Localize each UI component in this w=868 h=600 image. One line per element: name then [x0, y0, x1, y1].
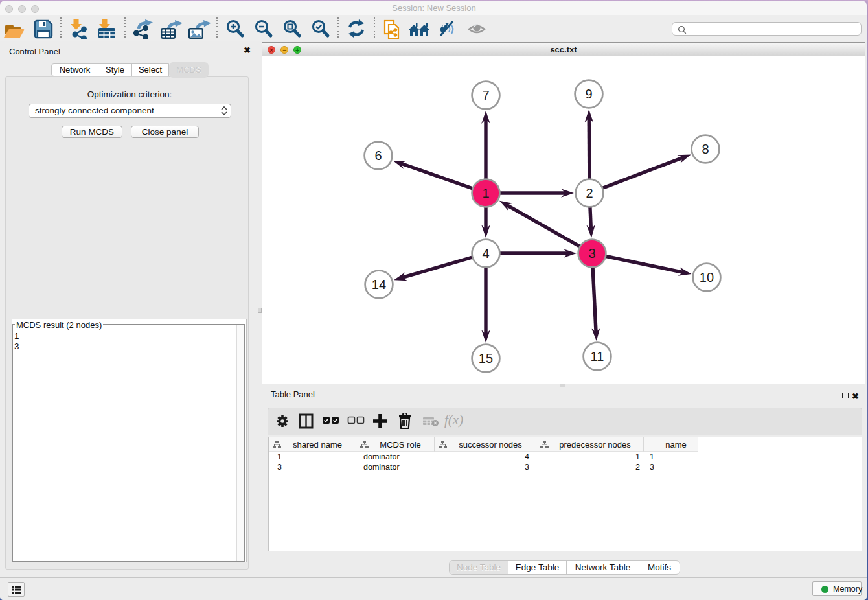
svg-text:9: 9: [585, 87, 592, 101]
svg-text:15: 15: [479, 351, 493, 365]
svg-text:10: 10: [700, 270, 714, 284]
svg-text:2: 2: [586, 186, 593, 200]
svg-text:8: 8: [702, 142, 709, 156]
svg-text:6: 6: [374, 148, 382, 163]
svg-text:3: 3: [588, 246, 595, 260]
svg-text:1: 1: [482, 186, 489, 200]
svg-text:11: 11: [591, 349, 604, 363]
svg-text:4: 4: [482, 246, 489, 260]
svg-text:14: 14: [372, 277, 386, 292]
svg-text:7: 7: [482, 88, 489, 102]
